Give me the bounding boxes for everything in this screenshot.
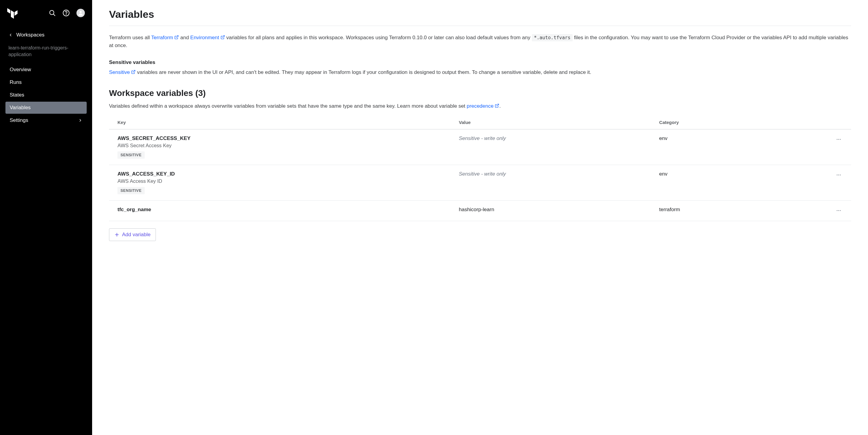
svg-point-17 <box>838 175 839 175</box>
environment-docs-link[interactable]: Environment <box>190 35 225 40</box>
variable-description: AWS Access Key ID <box>118 178 442 184</box>
more-actions-button[interactable] <box>835 207 843 214</box>
dots-horizontal-icon <box>836 208 841 213</box>
more-actions-button[interactable] <box>835 135 843 143</box>
sidebar-item-label: Runs <box>10 79 22 86</box>
precedence-docs-link[interactable]: precedence <box>467 103 499 109</box>
user-avatar-icon[interactable] <box>76 9 85 17</box>
table-row: tfc_org_namehashicorp-learnterraform <box>109 201 851 221</box>
help-icon[interactable] <box>63 9 70 16</box>
cell-key: AWS_SECRET_ACCESS_KEYAWS Secret Access K… <box>109 129 450 165</box>
workspace-vars-desc: Variables defined within a workspace alw… <box>109 102 851 110</box>
sensitive-docs-link[interactable]: Sensitive <box>109 69 135 75</box>
sidebar-item-overview[interactable]: Overview <box>5 64 87 76</box>
search-icon[interactable] <box>49 9 56 16</box>
col-header-value: Value <box>450 115 651 129</box>
cell-value: Sensitive - write only <box>450 165 651 201</box>
svg-line-10 <box>222 36 224 38</box>
cell-category: env <box>651 165 799 201</box>
cell-category: terraform <box>651 201 799 221</box>
sidebar: Workspaces learn-terraform-run-triggers-… <box>0 0 92 435</box>
nav-back-workspaces[interactable]: Workspaces <box>5 30 87 40</box>
variable-key: AWS_SECRET_ACCESS_KEY <box>118 135 442 141</box>
cell-category: env <box>651 129 799 165</box>
variable-key: tfc_org_name <box>118 207 442 213</box>
external-link-icon <box>495 103 499 107</box>
external-link-icon <box>174 34 179 39</box>
plus-icon <box>114 232 120 237</box>
svg-point-7 <box>66 14 66 15</box>
svg-point-16 <box>837 175 837 175</box>
sidebar-item-runs[interactable]: Runs <box>5 76 87 89</box>
cell-actions <box>799 165 851 201</box>
svg-line-9 <box>176 36 179 38</box>
add-variable-label: Add variable <box>122 232 151 238</box>
svg-point-14 <box>838 139 839 140</box>
col-header-key: Key <box>109 115 450 129</box>
sidebar-item-settings[interactable]: Settings <box>5 114 87 126</box>
dots-horizontal-icon <box>836 137 841 142</box>
sidebar-item-label: States <box>10 92 24 98</box>
svg-point-13 <box>837 139 837 140</box>
variable-description: AWS Secret Access Key <box>118 143 442 148</box>
sidebar-item-label: Variables <box>10 105 31 111</box>
svg-point-19 <box>837 210 837 211</box>
sidebar-item-label: Settings <box>10 118 28 123</box>
chevron-right-icon <box>78 118 83 123</box>
table-row: AWS_SECRET_ACCESS_KEYAWS Secret Access K… <box>109 129 851 165</box>
sensitive-badge: SENSITIVE <box>118 187 145 194</box>
nav-back-label: Workspaces <box>16 32 44 38</box>
sensitive-badge: SENSITIVE <box>118 152 145 159</box>
external-link-icon <box>131 69 135 73</box>
svg-line-11 <box>133 70 135 72</box>
more-actions-button[interactable] <box>835 171 843 179</box>
col-header-category: Category <box>651 115 799 129</box>
add-variable-button[interactable]: Add variable <box>109 228 156 241</box>
sensitive-heading: Sensitive variables <box>109 60 851 65</box>
svg-line-5 <box>54 14 55 16</box>
cell-value: Sensitive - write only <box>450 129 651 165</box>
terraform-docs-link[interactable]: Terraform <box>151 35 179 40</box>
cell-key: tfc_org_name <box>109 201 450 221</box>
sensitive-paragraph: Sensitive variables are never shown in t… <box>109 68 851 76</box>
terraform-logo-icon[interactable] <box>7 7 18 19</box>
cell-value: hashicorp-learn <box>450 201 651 221</box>
variables-table: Key Value Category AWS_SECRET_ACCESS_KEY… <box>109 115 851 221</box>
sidebar-top-bar <box>5 7 87 19</box>
dots-horizontal-icon <box>836 172 841 178</box>
svg-marker-2 <box>14 10 18 16</box>
sidebar-item-states[interactable]: States <box>5 89 87 101</box>
cell-key: AWS_ACCESS_KEY_IDAWS Access Key IDSENSIT… <box>109 165 450 201</box>
workspace-vars-title: Workspace variables (3) <box>109 89 851 98</box>
svg-point-20 <box>838 210 839 211</box>
main-content: Variables Terraform uses all Terraform a… <box>92 0 868 435</box>
cell-actions <box>799 129 851 165</box>
table-row: AWS_ACCESS_KEY_IDAWS Access Key IDSENSIT… <box>109 165 851 201</box>
nav-list: Overview Runs States Variables Settings <box>5 64 87 126</box>
sidebar-item-label: Overview <box>10 67 31 73</box>
svg-point-21 <box>840 210 841 211</box>
svg-marker-0 <box>7 8 10 13</box>
sidebar-item-variables[interactable]: Variables <box>5 102 87 114</box>
variable-key: AWS_ACCESS_KEY_ID <box>118 171 442 177</box>
svg-point-18 <box>840 175 841 175</box>
page-title: Variables <box>109 8 851 26</box>
svg-line-12 <box>497 104 499 106</box>
external-link-icon <box>220 34 225 39</box>
cell-actions <box>799 201 851 221</box>
intro-paragraph: Terraform uses all Terraform and Environ… <box>109 34 851 50</box>
svg-point-15 <box>840 139 841 140</box>
tfvars-code: *.auto.tfvars <box>532 34 572 41</box>
svg-point-8 <box>80 11 82 13</box>
workspace-name-label: learn-terraform-run-triggers-application <box>5 43 87 64</box>
